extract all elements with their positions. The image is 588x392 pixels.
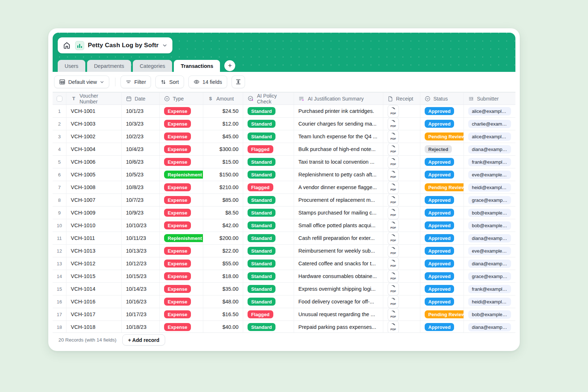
cell-type[interactable]: Expense	[160, 245, 203, 257]
cell-type[interactable]: Expense	[160, 270, 203, 282]
cell-status[interactable]: Approved	[420, 245, 464, 257]
row-number-cell[interactable]: 14	[53, 270, 66, 282]
cell-amount[interactable]: $15.00	[203, 156, 243, 168]
cell-status[interactable]: Rejected	[420, 143, 464, 155]
cell-voucher-number[interactable]: VCH-1014	[66, 283, 122, 295]
cell-ai-justification-summary[interactable]: Unusual request regarding the ...	[294, 308, 383, 320]
cell-ai-justification-summary[interactable]: Prepaid parking pass expenses...	[294, 321, 383, 332]
cell-submitter[interactable]: diana@example.com	[464, 257, 515, 270]
cell-voucher-number[interactable]: VCH-1006	[66, 156, 122, 168]
cell-receipt[interactable]: PDF	[383, 321, 420, 332]
cell-ai-policy-check[interactable]: Standard	[243, 194, 294, 206]
cell-receipt[interactable]: PDF	[383, 194, 420, 206]
column-header-amount[interactable]: $Amount	[203, 93, 243, 105]
cell-ai-policy-check[interactable]: Standard	[243, 232, 294, 244]
cell-type[interactable]: Expense	[160, 308, 203, 320]
cell-ai-policy-check[interactable]: Flagged	[243, 143, 294, 155]
row-number-cell[interactable]: 3	[53, 130, 66, 143]
cell-ai-policy-check[interactable]: Standard	[243, 168, 294, 181]
cell-type[interactable]: Replenishment	[160, 232, 203, 244]
cell-date[interactable]: 10/9/23	[122, 207, 160, 219]
cell-status[interactable]: Approved	[420, 219, 464, 232]
cell-amount[interactable]: $150.00	[203, 168, 243, 181]
cell-ai-justification-summary[interactable]: Catered coffee and snacks for t...	[294, 257, 383, 270]
cell-ai-justification-summary[interactable]: Procurement of replacement m...	[294, 194, 383, 206]
cell-receipt[interactable]: PDF	[383, 270, 420, 282]
cell-voucher-number[interactable]: VCH-1008	[66, 181, 122, 193]
pdf-attachment[interactable]: PDF	[388, 168, 399, 181]
cell-status[interactable]: Approved	[420, 105, 464, 117]
cell-voucher-number[interactable]: VCH-1013	[66, 245, 122, 257]
row-number-cell[interactable]: 18	[53, 321, 66, 332]
cell-voucher-number[interactable]: VCH-1010	[66, 219, 122, 232]
cell-amount[interactable]: $22.00	[203, 245, 243, 257]
hide-fields-button[interactable]: 14 fields	[188, 75, 227, 88]
pdf-attachment[interactable]: PDF	[388, 219, 399, 232]
cell-submitter[interactable]: charlie@example.com	[464, 118, 515, 130]
cell-receipt[interactable]: PDF	[383, 105, 420, 117]
cell-ai-justification-summary[interactable]: Food delivery coverage for off-...	[294, 295, 383, 308]
pdf-attachment[interactable]: PDF	[388, 232, 399, 244]
cell-type[interactable]: Expense	[160, 118, 203, 130]
cell-ai-policy-check[interactable]: Standard	[243, 283, 294, 295]
cell-receipt[interactable]: PDF	[383, 181, 420, 193]
cell-type[interactable]: Expense	[160, 194, 203, 206]
cell-amount[interactable]: $210.00	[203, 181, 243, 193]
cell-date[interactable]: 10/1/23	[122, 105, 160, 117]
cell-amount[interactable]: $200.00	[203, 232, 243, 244]
cell-date[interactable]: 10/15/23	[122, 270, 160, 282]
cell-date[interactable]: 10/4/23	[122, 143, 160, 155]
cell-ai-policy-check[interactable]: Flagged	[243, 181, 294, 193]
pdf-attachment[interactable]: PDF	[388, 308, 399, 320]
row-number-cell[interactable]: 12	[53, 245, 66, 257]
cell-submitter[interactable]: bob@example.com	[464, 219, 515, 232]
cell-status[interactable]: Approved	[420, 232, 464, 244]
cell-submitter[interactable]: grace@example.com	[464, 194, 515, 206]
pdf-attachment[interactable]: PDF	[388, 181, 399, 193]
cell-ai-policy-check[interactable]: Standard	[243, 130, 294, 143]
row-number-cell[interactable]: 9	[53, 207, 66, 219]
cell-ai-justification-summary[interactable]: Replenishment to petty cash aft...	[294, 168, 383, 181]
view-switcher-button[interactable]: Default view	[54, 75, 109, 88]
cell-submitter[interactable]: diana@example.com	[464, 321, 515, 332]
cell-submitter[interactable]: bob@example.com	[464, 308, 515, 320]
row-number-cell[interactable]: 6	[53, 168, 66, 181]
pdf-attachment[interactable]: PDF	[388, 118, 399, 130]
cell-ai-justification-summary[interactable]: Small office potted plants acqui...	[294, 219, 383, 232]
cell-receipt[interactable]: PDF	[383, 219, 420, 232]
cell-amount[interactable]: $85.00	[203, 194, 243, 206]
filter-button[interactable]: Filter	[121, 75, 151, 88]
cell-voucher-number[interactable]: VCH-1012	[66, 257, 122, 270]
row-height-button[interactable]	[232, 75, 245, 88]
cell-status[interactable]: Approved	[420, 194, 464, 206]
cell-status[interactable]: Approved	[420, 156, 464, 168]
cell-submitter[interactable]: bob@example.com	[464, 207, 515, 219]
add-table-button[interactable]: +	[224, 60, 235, 71]
cell-status[interactable]: Pending Review	[420, 308, 464, 320]
cell-date[interactable]: 10/8/23	[122, 181, 160, 193]
cell-receipt[interactable]: PDF	[383, 308, 420, 320]
cell-submitter[interactable]: diana@example.com	[464, 232, 515, 244]
cell-date[interactable]: 10/11/23	[122, 232, 160, 244]
tab-departments[interactable]: Departments	[87, 60, 131, 72]
cell-voucher-number[interactable]: VCH-1005	[66, 168, 122, 181]
cell-amount[interactable]: $300.00	[203, 143, 243, 155]
cell-ai-policy-check[interactable]: Standard	[243, 295, 294, 308]
cell-receipt[interactable]: PDF	[383, 232, 420, 244]
cell-ai-policy-check[interactable]: Flagged	[243, 308, 294, 320]
cell-status[interactable]: Approved	[420, 118, 464, 130]
pdf-attachment[interactable]: PDF	[388, 194, 399, 206]
cell-ai-justification-summary[interactable]: Taxi transit to local convention ...	[294, 156, 383, 168]
cell-type[interactable]: Expense	[160, 156, 203, 168]
cell-ai-justification-summary[interactable]: Express overnight shipping logi...	[294, 283, 383, 295]
cell-amount[interactable]: $8.50	[203, 207, 243, 219]
cell-date[interactable]: 10/13/23	[122, 245, 160, 257]
cell-date[interactable]: 10/2/23	[122, 130, 160, 143]
pdf-attachment[interactable]: PDF	[388, 130, 399, 143]
cell-voucher-number[interactable]: VCH-1009	[66, 207, 122, 219]
cell-date[interactable]: 10/10/23	[122, 219, 160, 232]
cell-ai-policy-check[interactable]: Standard	[243, 270, 294, 282]
cell-submitter[interactable]: alice@example.com	[464, 130, 515, 143]
cell-type[interactable]: Replenishment	[160, 168, 203, 181]
column-header-policy[interactable]: AI Policy Check	[243, 93, 294, 105]
